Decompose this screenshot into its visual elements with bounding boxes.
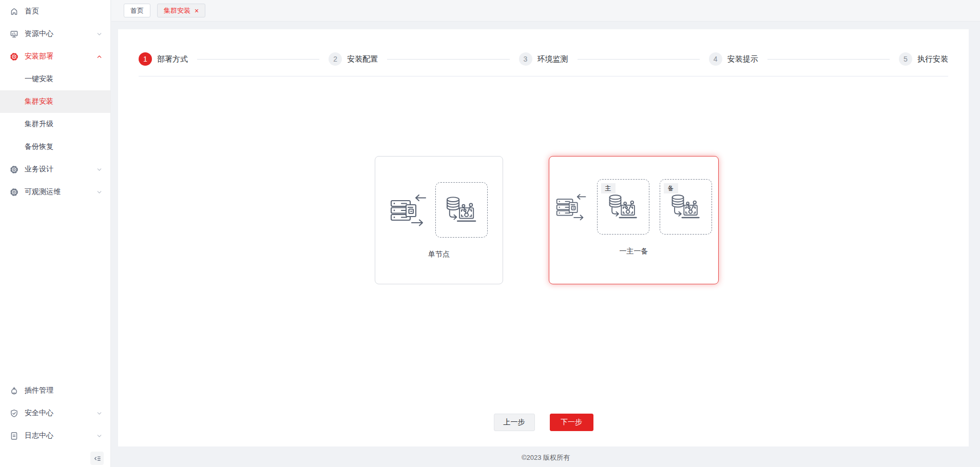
chevron-down-icon	[96, 30, 103, 37]
sidebar-item-label: 日志中心	[25, 431, 96, 440]
sidebar-item-log-center[interactable]: 日志中心	[0, 424, 110, 447]
step-label: 环境监测	[537, 54, 568, 64]
step-number: 3	[519, 52, 532, 66]
step-install-config: 2 安装配置	[329, 52, 518, 66]
standby-node-box: 备	[660, 179, 712, 235]
main-content-panel: 1 部署方式 2 安装配置 3 环境监测 4 安装提示 5 执行安装	[118, 29, 969, 446]
next-step-button[interactable]: 下一步	[550, 414, 593, 431]
option-title: 单节点	[428, 250, 450, 259]
sidebar-item-plugin-management[interactable]: 插件管理	[0, 379, 110, 402]
submenu-item-label: 集群升级	[25, 120, 53, 129]
chevron-down-icon	[96, 410, 103, 417]
sidebar-bottom-group: 插件管理 安全中心 日志中心	[0, 379, 110, 447]
sidebar-item-label: 首页	[25, 7, 103, 16]
submenu-item-label: 集群安装	[25, 97, 53, 106]
sidebar-collapse-button[interactable]	[90, 452, 104, 465]
sidebar-item-cluster-upgrade[interactable]: 集群升级	[0, 113, 110, 135]
sidebar-item-business-design[interactable]: 业务设计	[0, 158, 110, 181]
step-label: 执行安装	[917, 54, 948, 64]
sidebar-item-cluster-install[interactable]: 集群安装	[0, 90, 110, 113]
step-label: 部署方式	[157, 54, 188, 64]
tags-view-bar: 首页 集群安装 ×	[111, 0, 980, 22]
sidebar: 首页 资源中心 安装部署 一键安装 集群安装 集群升级 备份恢复	[0, 0, 111, 467]
sidebar-item-label: 安全中心	[25, 408, 96, 418]
plugin-icon	[9, 386, 18, 395]
option-icon-row: 主	[556, 179, 712, 235]
submenu-item-label: 备份恢复	[25, 142, 53, 151]
chevron-down-icon	[96, 188, 103, 196]
step-connector	[767, 59, 890, 60]
chevron-down-icon	[96, 432, 103, 439]
stepper-divider	[139, 76, 948, 76]
tab-label: 首页	[130, 6, 144, 15]
database-laptop-icon	[670, 193, 702, 221]
database-laptop-icon	[445, 195, 478, 225]
log-icon	[9, 431, 18, 440]
database-laptop-icon	[607, 193, 639, 221]
step-run-install: 5 执行安装	[899, 52, 948, 66]
deploy-option-primary-standby[interactable]: 主	[549, 156, 719, 284]
deploy-option-single-node[interactable]: 单节点	[375, 156, 503, 284]
sidebar-item-home[interactable]: 首页	[0, 0, 110, 23]
prev-step-button[interactable]: 上一步	[494, 414, 535, 431]
submenu-item-label: 一键安装	[25, 74, 53, 84]
step-label: 安装提示	[727, 54, 758, 64]
copyright-footer: ©2023 版权所有	[111, 453, 980, 462]
server-sync-icon	[556, 192, 587, 221]
gear-icon	[9, 52, 18, 61]
gear-icon	[9, 165, 18, 174]
step-deploy-mode: 1 部署方式	[139, 52, 329, 66]
gear-icon	[9, 187, 18, 197]
option-icon-row	[390, 182, 488, 238]
sidebar-item-label: 业务设计	[25, 165, 96, 174]
step-number: 2	[329, 52, 342, 66]
tab-cluster-install[interactable]: 集群安装 ×	[157, 4, 205, 17]
sidebar-item-label: 插件管理	[25, 386, 103, 395]
step-label: 安装配置	[347, 54, 378, 64]
sidebar-submenu: 一键安装 集群安装 集群升级 备份恢复	[0, 68, 110, 158]
sidebar-item-resource-center[interactable]: 资源中心	[0, 23, 110, 45]
step-number: 5	[899, 52, 912, 66]
step-connector	[387, 59, 509, 60]
step-connector	[197, 59, 319, 60]
shield-icon	[9, 408, 18, 418]
sidebar-item-label: 安装部署	[25, 52, 96, 61]
sidebar-item-label: 可观测运维	[25, 187, 96, 197]
home-icon	[9, 7, 18, 16]
primary-node-box: 主	[597, 179, 649, 235]
primary-tag: 主	[601, 183, 616, 193]
sidebar-item-security-center[interactable]: 安全中心	[0, 402, 110, 424]
fold-icon	[93, 455, 101, 462]
sidebar-item-install-deploy[interactable]: 安装部署	[0, 45, 110, 68]
sidebar-item-observability-ops[interactable]: 可观测运维	[0, 181, 110, 203]
server-sync-icon	[390, 193, 427, 226]
sidebar-item-label: 资源中心	[25, 29, 96, 38]
monitor-icon	[9, 29, 18, 38]
step-env-check: 3 环境监测	[519, 52, 709, 66]
tab-home[interactable]: 首页	[124, 4, 150, 17]
step-connector	[578, 59, 700, 60]
step-install-tips: 4 安装提示	[709, 52, 899, 66]
sidebar-item-one-click-install[interactable]: 一键安装	[0, 68, 110, 90]
chevron-down-icon	[96, 166, 103, 173]
step-number: 4	[709, 52, 722, 66]
option-title: 一主一备	[620, 247, 648, 256]
wizard-actions: 上一步 下一步	[118, 414, 969, 431]
chevron-up-icon	[96, 53, 103, 60]
install-stepper: 1 部署方式 2 安装配置 3 环境监测 4 安装提示 5 执行安装	[139, 49, 948, 69]
node-box	[435, 182, 488, 238]
tab-label: 集群安装	[164, 6, 190, 15]
sidebar-item-backup-restore[interactable]: 备份恢复	[0, 135, 110, 158]
close-icon[interactable]: ×	[195, 7, 199, 14]
standby-tag: 备	[664, 183, 678, 193]
step-number: 1	[139, 52, 152, 66]
